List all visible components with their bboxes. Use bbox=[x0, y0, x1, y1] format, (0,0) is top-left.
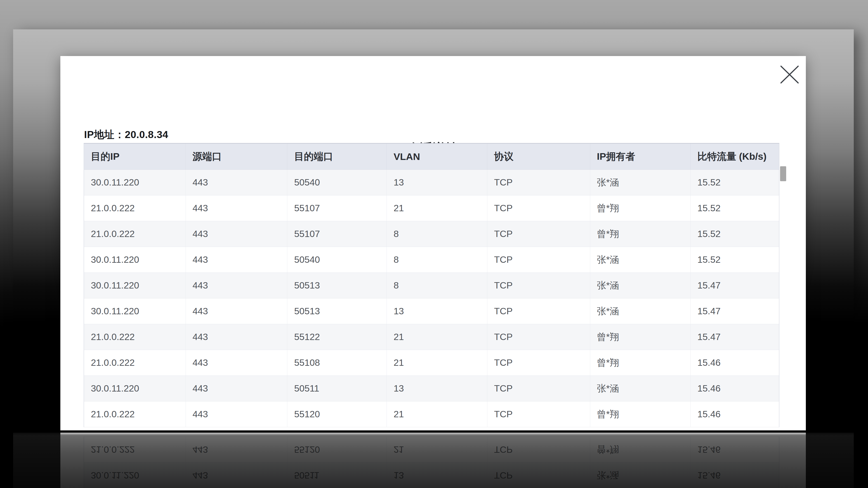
table-cell: 443 bbox=[186, 298, 287, 324]
table-cell: TCP bbox=[487, 401, 590, 427]
close-icon bbox=[780, 65, 800, 84]
session-table: 目的IP源端口目的端口VLAN协议IP拥有者比特流量 (Kb/s) 30.0.1… bbox=[84, 143, 787, 427]
table-cell: 21.0.0.222 bbox=[84, 195, 186, 221]
table-cell: 50513 bbox=[287, 273, 387, 298]
table-cell: 21 bbox=[387, 195, 487, 221]
table-row: 21.0.0.222443551078TCP曾*翔15.52 bbox=[84, 221, 779, 247]
column-header: 比特流量 (Kb/s) bbox=[690, 144, 779, 169]
column-header: 协议 bbox=[487, 144, 590, 169]
table-cell: 曾*翔 bbox=[590, 195, 691, 221]
table-cell: 21.0.0.222 bbox=[84, 324, 186, 350]
table-cell: TCP bbox=[487, 324, 590, 350]
desktop-background: 会话详情 IP地址：20.0.8.34 目的IP源端口目的端口VLAN协议IP拥… bbox=[0, 0, 868, 488]
table-cell: 21 bbox=[387, 401, 487, 427]
table-cell: 曾*翔 bbox=[590, 324, 691, 350]
table-cell: 15.52 bbox=[690, 170, 779, 195]
table-cell: 15.46 bbox=[690, 401, 779, 427]
table-cell: 50511 bbox=[287, 462, 387, 488]
table-row: 21.0.0.2224435512021TCP曾*翔15.46 bbox=[84, 436, 779, 462]
table-cell: 50513 bbox=[287, 298, 387, 324]
reflection-modal-copy: 30.0.11.2204435051113TCP张*涵15.4621.0.0.2… bbox=[60, 433, 806, 488]
table-cell: 50511 bbox=[287, 376, 387, 401]
table-cell: 21.0.0.222 bbox=[84, 437, 186, 462]
table-cell: 15.47 bbox=[690, 324, 779, 350]
column-header: IP拥有者 bbox=[590, 144, 691, 169]
table-cell: TCP bbox=[487, 247, 590, 272]
table-row: 30.0.11.2204435051113TCP张*涵15.46 bbox=[84, 376, 779, 401]
table-cell: 13 bbox=[387, 462, 487, 488]
close-button[interactable] bbox=[779, 64, 800, 85]
session-details-dialog: 会话详情 IP地址：20.0.8.34 目的IP源端口目的端口VLAN协议IP拥… bbox=[60, 56, 806, 430]
ip-address-line: IP地址：20.0.8.34 bbox=[84, 128, 168, 141]
column-header: 目的端口 bbox=[287, 144, 387, 169]
table-cell: 8 bbox=[387, 221, 487, 247]
table-cell: 曾*翔 bbox=[590, 350, 691, 376]
table-cell: 443 bbox=[186, 170, 287, 195]
ip-address-label: IP地址： bbox=[84, 129, 125, 140]
table-cell: 55120 bbox=[287, 401, 387, 427]
table-cell: 55108 bbox=[287, 350, 387, 376]
table-cell: TCP bbox=[487, 462, 590, 488]
table-cell: 21 bbox=[387, 437, 487, 462]
table-row: 30.0.11.220443505408TCP张*涵15.52 bbox=[84, 247, 779, 273]
vertical-scrollbar-thumb[interactable] bbox=[780, 166, 786, 181]
table-cell: 21 bbox=[387, 324, 487, 350]
table-cell: 21 bbox=[387, 350, 487, 376]
table-cell: 曾*翔 bbox=[590, 401, 691, 427]
table-cell: 30.0.11.220 bbox=[84, 247, 186, 272]
table-cell: 15.52 bbox=[690, 195, 779, 221]
table-cell: 50540 bbox=[287, 170, 387, 195]
table-cell: 曾*翔 bbox=[590, 437, 691, 462]
table-row: 30.0.11.2204435051113TCP张*涵15.46 bbox=[84, 462, 779, 488]
table-header-row: 目的IP源端口目的端口VLAN协议IP拥有者比特流量 (Kb/s) bbox=[84, 144, 779, 170]
table-cell: 15.47 bbox=[690, 273, 779, 298]
table-cell: TCP bbox=[487, 298, 590, 324]
table-cell: 曾*翔 bbox=[590, 221, 691, 247]
table-cell: 30.0.11.220 bbox=[84, 273, 186, 298]
ip-address-value: 20.0.8.34 bbox=[125, 129, 168, 140]
table-cell: 13 bbox=[387, 376, 487, 401]
table-cell: 15.52 bbox=[690, 247, 779, 272]
table-cell: 21.0.0.222 bbox=[84, 350, 186, 376]
table-row: 30.0.11.2204435051313TCP张*涵15.47 bbox=[84, 298, 779, 324]
table-cell: 443 bbox=[186, 350, 287, 376]
table-cell: TCP bbox=[487, 437, 590, 462]
table-row: 30.0.11.2204435054013TCP张*涵15.52 bbox=[84, 170, 779, 195]
table-cell: 21.0.0.222 bbox=[84, 401, 186, 427]
screen-reflection: 30.0.11.2204435051113TCP张*涵15.4621.0.0.2… bbox=[13, 433, 854, 488]
table-cell: 443 bbox=[186, 324, 287, 350]
table-cell: 55107 bbox=[287, 195, 387, 221]
table-cell: TCP bbox=[487, 221, 590, 247]
table-cell: 443 bbox=[186, 195, 287, 221]
table-cell: 443 bbox=[186, 273, 287, 298]
table-cell: 50540 bbox=[287, 247, 387, 272]
column-header: 目的IP bbox=[84, 144, 186, 169]
table-cell: 30.0.11.220 bbox=[84, 376, 186, 401]
table-cell: 15.47 bbox=[690, 298, 779, 324]
column-header: VLAN bbox=[387, 144, 487, 169]
table-cell: 55120 bbox=[287, 437, 387, 462]
table-cell: 443 bbox=[186, 401, 287, 427]
table-cell: 张*涵 bbox=[590, 273, 691, 298]
table-cell: TCP bbox=[487, 195, 590, 221]
table-cell: 8 bbox=[387, 247, 487, 272]
table-cell: TCP bbox=[487, 170, 590, 195]
table-cell: 张*涵 bbox=[590, 247, 691, 272]
modal-backdrop[interactable]: 会话详情 IP地址：20.0.8.34 目的IP源端口目的端口VLAN协议IP拥… bbox=[13, 29, 854, 431]
table-cell: 15.46 bbox=[690, 376, 779, 401]
table-cell: 30.0.11.220 bbox=[84, 170, 186, 195]
table-cell: 张*涵 bbox=[590, 170, 691, 195]
table-cell: 13 bbox=[387, 170, 487, 195]
table-cell: 30.0.11.220 bbox=[84, 298, 186, 324]
table-cell: 21.0.0.222 bbox=[84, 221, 186, 247]
column-header: 源端口 bbox=[186, 144, 287, 169]
table-cell: 15.46 bbox=[690, 462, 779, 488]
table-row: 21.0.0.2224435512021TCP曾*翔15.46 bbox=[84, 401, 779, 427]
table-row: 21.0.0.2224435510821TCP曾*翔15.46 bbox=[84, 350, 779, 376]
table-cell: 55107 bbox=[287, 221, 387, 247]
table-cell: 8 bbox=[387, 273, 487, 298]
table-cell: 443 bbox=[186, 437, 287, 462]
table-cell: 443 bbox=[186, 221, 287, 247]
table-cell: 443 bbox=[186, 376, 287, 401]
table-cell: 443 bbox=[186, 247, 287, 272]
